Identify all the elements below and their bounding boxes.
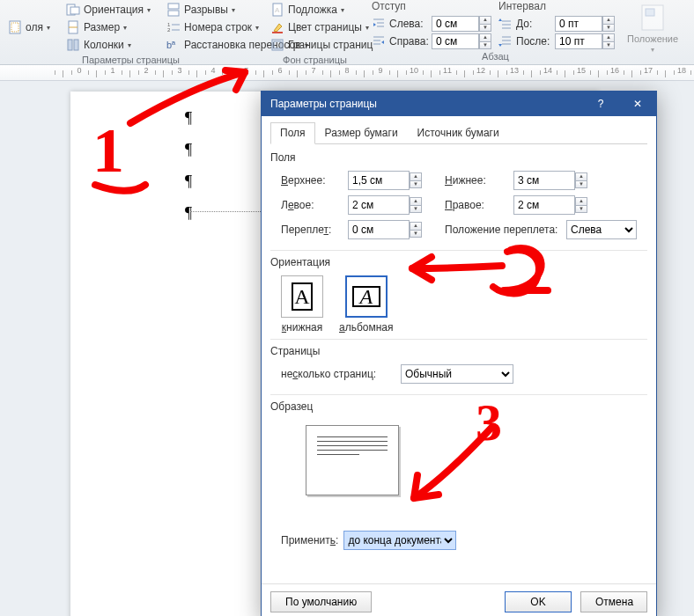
page-color-button[interactable]: Цвет страницы ▾: [266, 19, 377, 35]
watermark-button[interactable]: A Подложка ▾: [266, 2, 377, 18]
top-margin-spinner[interactable]: ▲▼: [348, 171, 422, 190]
indent-left-input[interactable]: [432, 16, 479, 32]
margins-section-title: Поля: [270, 151, 647, 164]
close-icon: ✕: [633, 98, 642, 110]
multiple-pages-label: несколько страниц:: [281, 368, 395, 380]
chevron-down-icon: ▾: [341, 6, 344, 14]
spacing-before-input[interactable]: [555, 16, 602, 32]
left-margin-spinner[interactable]: ▲▼: [348, 195, 422, 215]
svg-rect-9: [168, 11, 179, 16]
apply-to-select[interactable]: до конца документа: [343, 531, 456, 550]
right-margin-input[interactable]: [513, 195, 575, 215]
orientation-icon: [66, 3, 80, 17]
top-margin-input[interactable]: [348, 171, 410, 190]
bottom-margin-input[interactable]: [513, 171, 575, 190]
svg-text:bª: bª: [166, 40, 176, 50]
columns-button[interactable]: Колонки ▾: [62, 37, 155, 53]
spacing-after-input[interactable]: [555, 33, 602, 49]
dialog-title: Параметры страницы: [270, 98, 377, 110]
cancel-button[interactable]: Отмена: [580, 591, 647, 612]
indent-right-label: Справа:: [389, 35, 428, 48]
orientation-landscape[interactable]: A альбомная: [339, 275, 394, 334]
svg-text:A: A: [275, 6, 280, 14]
line-numbers-icon: 12: [166, 20, 181, 34]
columns-label: Колонки: [84, 39, 124, 51]
page-borders-icon: [270, 38, 284, 52]
ok-button[interactable]: OK: [505, 591, 572, 612]
pilcrow-mark: ¶: [185, 172, 192, 191]
svg-rect-3: [70, 7, 79, 14]
help-button[interactable]: ?: [582, 92, 619, 116]
pages-section-title: Страницы: [270, 345, 647, 357]
chevron-down-icon: ▾: [651, 46, 654, 54]
dialog-titlebar[interactable]: Параметры страницы ? ✕: [262, 92, 656, 116]
margins-button[interactable]: оля ▾: [4, 19, 55, 35]
indent-right-input[interactable]: [432, 33, 479, 49]
gutter-pos-label: Положение переплета:: [445, 224, 561, 236]
hyphenation-icon: bª: [166, 38, 181, 52]
watermark-label: Подложка: [288, 4, 337, 16]
size-icon: [66, 20, 80, 34]
position-icon: [639, 4, 667, 32]
pilcrow-mark: ¶: [185, 141, 192, 159]
margins-icon: [8, 20, 22, 34]
chevron-down-icon: ▾: [147, 6, 151, 14]
gutter-spinner[interactable]: ▲▼: [348, 220, 422, 239]
columns-icon: [66, 38, 80, 52]
dialog-tabs: Поля Размер бумаги Источник бумаги: [270, 121, 647, 144]
page-color-label: Цвет страницы: [288, 21, 362, 33]
tab-paper-size[interactable]: Размер бумаги: [315, 122, 408, 144]
indent-label: Отступ: [372, 0, 491, 14]
indent-right-spinner[interactable]: ▲▼: [432, 33, 491, 49]
spacing-before-icon: [498, 17, 513, 31]
position-label: Положение: [627, 33, 678, 44]
svg-rect-19: [274, 41, 281, 48]
indent-left-spinner[interactable]: ▲▼: [432, 16, 491, 32]
page-borders-button[interactable]: Границы страниц: [266, 37, 377, 53]
default-button[interactable]: По умолчанию: [270, 591, 372, 612]
multiple-pages-select[interactable]: Обычный: [401, 364, 513, 384]
bottom-margin-spinner[interactable]: ▲▼: [513, 171, 587, 190]
orientation-section-title: Ориентация: [270, 256, 647, 268]
chevron-down-icon: ▾: [128, 41, 131, 49]
size-label: Размер: [84, 21, 120, 33]
help-icon: ?: [598, 98, 604, 110]
gutter-pos-select[interactable]: Слева: [566, 220, 637, 239]
preview-section-title: Образец: [270, 400, 647, 413]
close-button[interactable]: ✕: [619, 92, 656, 116]
page-setup-dialog: Параметры страницы ? ✕ Поля Размер бумаг…: [261, 91, 657, 616]
gutter-input[interactable]: [348, 220, 410, 239]
spacing-after-label: После:: [516, 35, 551, 48]
orientation-button[interactable]: Ориентация ▾: [62, 2, 155, 18]
chevron-down-icon: ▾: [255, 24, 259, 32]
right-margin-spinner[interactable]: ▲▼: [513, 195, 587, 215]
margins-label: оля: [26, 21, 43, 33]
svg-rect-33: [646, 9, 654, 16]
landscape-label: альбомная: [339, 321, 394, 334]
svg-text:2: 2: [167, 27, 171, 33]
indent-left-label: Слева:: [389, 18, 428, 30]
spacing-after-spinner[interactable]: ▲▼: [555, 33, 615, 49]
spacing-before-spinner[interactable]: ▲▼: [555, 16, 615, 32]
line-numbers-label: Номера строк: [184, 21, 252, 33]
breaks-label: Разрывы: [184, 4, 228, 16]
gutter-label: Переплет:: [281, 224, 343, 236]
page-borders-label: Границы страниц: [288, 39, 373, 51]
orientation-portrait[interactable]: A книжная: [281, 275, 323, 334]
watermark-icon: A: [270, 3, 284, 17]
size-button[interactable]: Размер ▾: [62, 19, 155, 35]
spacing-label: Интервал: [498, 0, 615, 14]
ribbon: оля ▾ Ориентация ▾ Размер ▾: [0, 0, 694, 65]
svg-rect-7: [74, 40, 78, 50]
apply-label: Применить:: [281, 534, 338, 546]
tab-paper-source[interactable]: Источник бумаги: [408, 122, 509, 144]
spacing-before-label: До:: [516, 18, 551, 30]
tab-margins[interactable]: Поля: [270, 122, 315, 144]
svg-rect-17: [272, 32, 283, 33]
paragraph-group-label: Абзац: [368, 51, 623, 65]
left-margin-input[interactable]: [348, 195, 410, 215]
bottom-margin-label: Нижнее:: [445, 174, 508, 187]
preview-thumbnail: [306, 425, 399, 495]
svg-rect-8: [168, 4, 179, 9]
ruler[interactable]: 0123456789101112131415161718: [0, 65, 694, 81]
